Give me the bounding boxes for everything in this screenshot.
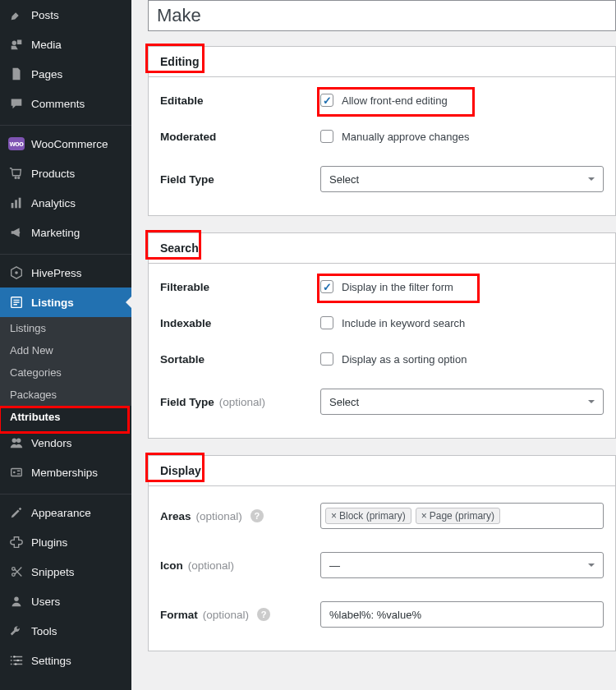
sidebar-item-label: WooCommerce: [31, 138, 108, 150]
editable-label: Editable: [160, 94, 320, 107]
svg-point-14: [16, 660, 19, 662]
sidebar-item-plugins[interactable]: Plugins: [0, 527, 131, 557]
sidebar-item-snippets[interactable]: Snippets: [0, 557, 131, 586]
moderated-checkbox-label: Manually approve changes: [342, 131, 469, 143]
svg-point-7: [16, 439, 21, 443]
svg-point-13: [13, 656, 16, 658]
sidebar-item-products[interactable]: Products: [0, 159, 131, 188]
sidebar-item-pages[interactable]: Pages: [0, 59, 131, 89]
edit-field-type-select[interactable]: Select: [320, 166, 604, 192]
sidebar-item-memberships[interactable]: Memberships: [0, 458, 131, 487]
indexable-label: Indexable: [160, 317, 320, 329]
optional-text: (optional): [219, 396, 265, 408]
sidebar-item-label: Tools: [31, 625, 57, 637]
sidebar-item-listings[interactable]: Listings: [0, 288, 131, 317]
sidebar-item-label: Memberships: [31, 467, 98, 479]
edit-field-type-label: Field Type: [160, 173, 320, 186]
tag-block-primary[interactable]: × Block (primary): [325, 508, 411, 524]
moderated-field: Moderated Manually approve changes: [160, 118, 604, 154]
sidebar-item-label: Plugins: [31, 536, 67, 549]
sidebar-item-media[interactable]: Media: [0, 30, 131, 59]
sidebar-item-analytics[interactable]: Analytics: [0, 188, 131, 218]
search-field-type-select[interactable]: Select: [320, 389, 604, 415]
product-icon: [8, 165, 25, 182]
sidebar-item-users[interactable]: Users: [0, 586, 131, 616]
sidebar-item-label: HivePress: [31, 267, 82, 279]
sidebar-item-label: Users: [31, 596, 60, 608]
sidebar-item-label: Analytics: [31, 197, 76, 209]
icon-label: Icon: [160, 559, 183, 572]
indexable-checkbox-label: Include in keyword search: [342, 317, 465, 329]
memberships-icon: [8, 464, 25, 481]
sidebar-item-label: Listings: [31, 297, 74, 309]
sidebar-item-vendors[interactable]: Vendors: [0, 428, 131, 458]
search-field-type-label: Field Type: [160, 396, 214, 408]
editable-checkbox-label: Allow front-end editing: [342, 94, 448, 107]
plugin-icon: [8, 534, 25, 550]
woocommerce-icon: woo: [8, 136, 25, 152]
pages-icon: [8, 66, 25, 82]
sidebar-item-comments[interactable]: Comments: [0, 89, 131, 118]
sidebar-item-hivepress[interactable]: HivePress: [0, 258, 131, 288]
sidebar-item-label: Products: [31, 168, 75, 180]
svg-point-11: [12, 573, 16, 577]
filterable-checkbox[interactable]: [320, 280, 333, 293]
help-icon[interactable]: ?: [251, 509, 264, 522]
svg-rect-3: [19, 198, 21, 209]
sortable-checkbox-label: Display as a sorting option: [342, 353, 467, 366]
areas-field: Areas (optional) ? × Block (primary) × P…: [160, 491, 604, 540]
sidebar-item-label: Vendors: [31, 437, 72, 449]
sidebar-item-posts[interactable]: Posts: [0, 0, 131, 30]
moderated-label: Moderated: [160, 131, 320, 143]
svg-rect-2: [15, 200, 17, 208]
hivepress-icon: [8, 264, 25, 281]
submenu-item-add-new[interactable]: Add New: [0, 339, 131, 361]
svg-point-6: [12, 439, 16, 443]
sidebar-item-label: Settings: [31, 655, 71, 667]
sidebar-item-woocommerce[interactable]: woo WooCommerce: [0, 129, 131, 159]
sidebar-item-settings[interactable]: Settings: [0, 646, 131, 675]
format-field: Format (optional) ?: [160, 590, 604, 639]
filterable-label: Filterable: [160, 281, 320, 293]
svg-point-10: [12, 568, 16, 571]
search-panel: Search Filterable Display in the filter …: [148, 232, 616, 439]
main-content: Editing Editable Allow front-end editing…: [131, 0, 616, 690]
pin-icon: [8, 7, 25, 23]
sidebar-item-label: Posts: [31, 9, 59, 21]
submenu-item-listings[interactable]: Listings: [0, 317, 131, 339]
submenu-item-categories[interactable]: Categories: [0, 361, 131, 384]
admin-sidebar: Posts Media Pages Comments woo WooC: [0, 0, 131, 690]
sidebar-item-tools[interactable]: Tools: [0, 616, 131, 646]
areas-tags-input[interactable]: × Block (primary) × Page (primary): [320, 503, 604, 529]
optional-text: (optional): [196, 510, 242, 522]
editing-panel-title: Editing: [160, 55, 199, 68]
sortable-checkbox[interactable]: [320, 352, 333, 366]
listings-icon: [8, 294, 25, 310]
moderated-checkbox[interactable]: [320, 130, 333, 143]
svg-point-0: [12, 41, 16, 45]
help-icon[interactable]: ?: [257, 608, 270, 621]
edit-field-type-row: Field Type Select: [160, 154, 604, 204]
attribute-title-input[interactable]: [148, 0, 616, 31]
submenu-item-packages[interactable]: Packages: [0, 384, 131, 406]
icon-select[interactable]: —: [320, 552, 604, 578]
format-input[interactable]: [320, 601, 604, 628]
optional-text: (optional): [188, 559, 234, 572]
indexable-checkbox[interactable]: [320, 316, 333, 329]
tools-icon: [8, 623, 25, 639]
icon-field: Icon (optional) —: [160, 540, 604, 590]
svg-point-4: [15, 271, 18, 274]
sidebar-item-marketing[interactable]: Marketing: [0, 218, 131, 247]
sidebar-item-appearance[interactable]: Appearance: [0, 498, 131, 527]
display-panel-title: Display: [160, 464, 201, 477]
editable-field: Editable Allow front-end editing: [160, 82, 604, 118]
tag-page-primary[interactable]: × Page (primary): [416, 508, 500, 524]
svg-point-15: [15, 663, 17, 665]
svg-point-9: [13, 472, 16, 474]
areas-label: Areas: [160, 510, 191, 522]
submenu-item-attributes[interactable]: Attributes: [0, 406, 131, 428]
format-label: Format: [160, 609, 198, 621]
editable-checkbox[interactable]: [320, 94, 333, 107]
filterable-field: Filterable Display in the filter form: [160, 269, 604, 305]
sidebar-item-label: Marketing: [31, 227, 80, 239]
